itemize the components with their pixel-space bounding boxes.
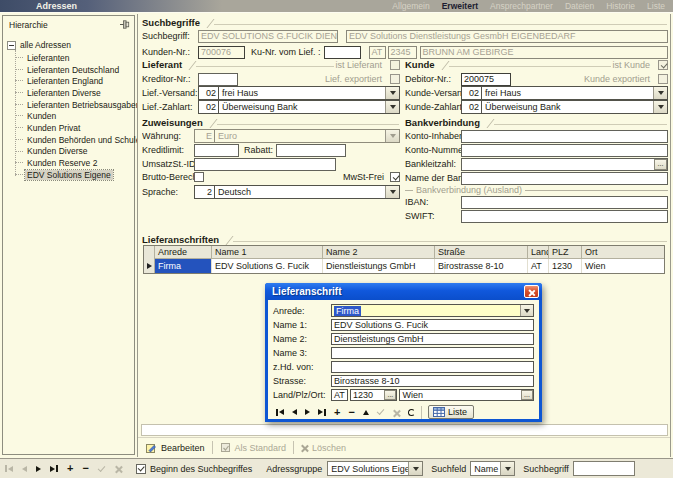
next-record-icon[interactable] — [305, 409, 310, 415]
pin-icon[interactable] — [119, 19, 130, 32]
next-record-icon[interactable] — [36, 466, 41, 472]
mwst-checkbox[interactable] — [390, 172, 400, 182]
tree-item[interactable]: Lieferanten Betriebsausgaben — [3, 99, 134, 111]
kunde-versand-combo[interactable]: 02frei Haus — [461, 86, 668, 100]
dlg-name1-field[interactable]: EDV Solutions G. Fucik — [331, 319, 534, 331]
lieferanschrift-dialog: Lieferanschrift Anrede: Firma Name 1: ED… — [265, 283, 542, 422]
column-header[interactable]: Anrede — [155, 246, 212, 259]
chevron-down-icon[interactable] — [385, 186, 399, 198]
lief-versand-combo[interactable]: 02frei Haus — [198, 86, 400, 100]
lief-zahlart-combo[interactable]: 02Überweisung Bank — [198, 100, 400, 114]
rabatt-field[interactable] — [276, 144, 346, 157]
delete-record-icon[interactable]: − — [348, 408, 354, 417]
close-icon[interactable] — [524, 285, 539, 298]
suchbegriff-input[interactable] — [573, 461, 635, 476]
tree-item[interactable]: Kunden Privat — [3, 122, 134, 134]
dlg-name3-field[interactable] — [331, 347, 534, 359]
tree-item[interactable]: Kunden Reserve 2 — [3, 157, 134, 169]
prev-record-icon[interactable] — [292, 409, 297, 415]
last-record-icon[interactable] — [318, 409, 326, 416]
tree-item[interactable]: Kunden Behörden und Schulen — [3, 134, 134, 146]
column-header[interactable]: Straße — [435, 246, 528, 259]
column-header[interactable]: Name 1 — [212, 246, 323, 259]
column-header[interactable]: Land — [528, 246, 549, 259]
tree-item[interactable]: Kunden Diverse — [3, 146, 134, 158]
menu-item-historie[interactable]: Historie — [606, 1, 635, 11]
dlg-zhd-field[interactable] — [331, 361, 534, 373]
collapse-icon[interactable] — [7, 41, 16, 50]
tree-root[interactable]: alle Adressen — [3, 39, 134, 51]
menu-item-ansprechpartner[interactable]: Ansprechpartner — [490, 1, 553, 11]
liste-button[interactable]: Liste — [428, 405, 474, 419]
dlg-plz-field[interactable]: 1230 ... — [350, 389, 398, 401]
refresh-icon[interactable] — [408, 409, 415, 416]
kreditor-label: Kreditor-Nr.: — [142, 74, 198, 84]
umsatzst-field[interactable] — [194, 158, 336, 171]
cell-name1[interactable]: EDV Solutions G. Fucik — [212, 259, 323, 273]
ellipsis-button[interactable]: ... — [654, 159, 667, 170]
tree-item[interactable]: Lieferanten Diverse — [3, 87, 134, 99]
land-field: AT — [369, 46, 386, 59]
tree-item-selected[interactable]: EDV Solutions Eigene — [3, 169, 134, 181]
konto-nummer-field[interactable] — [461, 144, 668, 157]
cell-anrede[interactable]: Firma — [155, 259, 212, 273]
dlg-ort-field[interactable]: Wien ... — [399, 389, 534, 401]
cell-name2[interactable]: Dienstleistungs GmbH — [323, 259, 435, 273]
tree-item[interactable]: Lieferanten England — [3, 75, 134, 87]
swift-field[interactable] — [461, 210, 668, 223]
brutto-checkbox[interactable] — [194, 172, 204, 182]
debitor-field[interactable]: 200075 — [461, 73, 511, 86]
adressgruppe-combo[interactable]: EDV Solutions Eigene — [327, 461, 423, 476]
dlg-name2-field[interactable]: Dienstleistungs GmbH — [331, 333, 534, 345]
chevron-down-icon[interactable] — [385, 87, 399, 99]
adressgruppe-label: Adressgruppe — [266, 464, 322, 474]
chevron-down-icon[interactable] — [653, 101, 667, 113]
beginn-checkbox[interactable] — [136, 464, 146, 474]
bankleitzahl-field[interactable]: ... — [461, 158, 668, 171]
chevron-down-icon[interactable] — [408, 462, 422, 475]
bearbeiten-button[interactable]: Bearbeiten — [145, 442, 205, 454]
kunde-zahlart-combo[interactable]: 02Überweisung Bank — [461, 100, 668, 114]
lief-zahlart-label: Lief.-Zahlart: — [142, 102, 198, 112]
anrede-combo[interactable]: Firma — [331, 304, 534, 317]
dlg-land-field[interactable]: AT — [331, 389, 348, 401]
insert-record-icon[interactable]: + — [67, 464, 73, 473]
last-record-icon[interactable] — [50, 465, 58, 472]
edit-record-icon[interactable] — [363, 410, 369, 415]
tree-item[interactable]: Lieferanten Deutschland — [3, 64, 134, 76]
dialog-title-bar[interactable]: Lieferanschrift — [265, 283, 542, 300]
cell-ort[interactable]: Wien — [582, 259, 664, 273]
insert-record-icon[interactable]: + — [334, 408, 340, 417]
ellipsis-button[interactable]: ... — [521, 390, 533, 400]
column-header[interactable]: PLZ — [549, 246, 582, 259]
tree-item[interactable]: Kunden — [3, 110, 134, 122]
table-row[interactable]: Firma EDV Solutions G. Fucik Dienstleist… — [144, 259, 664, 273]
chevron-down-icon[interactable] — [653, 87, 667, 99]
kreditlimit-field[interactable] — [194, 144, 239, 157]
section-title-lieferant: Lieferant — [142, 60, 182, 70]
cell-land[interactable]: AT — [528, 259, 549, 273]
konto-inhaber-field[interactable] — [461, 130, 668, 143]
cell-strasse[interactable]: Birostrasse 8-10 — [435, 259, 528, 273]
chevron-down-icon[interactable] — [500, 462, 514, 475]
menu-item-erweitert[interactable]: Erweitert — [442, 1, 478, 11]
sprache-combo[interactable]: 2Deutsch — [194, 185, 400, 199]
iban-field[interactable] — [461, 196, 668, 209]
tree-item[interactable]: Lieferanten — [3, 52, 134, 64]
delete-record-icon[interactable]: − — [82, 464, 88, 473]
dlg-strasse-field[interactable]: Birostrasse 8-10 — [331, 375, 534, 387]
chevron-down-icon[interactable] — [385, 101, 399, 113]
chevron-down-icon[interactable] — [520, 305, 533, 316]
column-header[interactable]: Ort — [582, 246, 664, 259]
menu-item-allgemein[interactable]: Allgemein — [392, 1, 429, 11]
suchfeld-combo[interactable]: Name — [470, 461, 515, 476]
ellipsis-button[interactable]: ... — [384, 390, 396, 400]
menu-item-liste[interactable]: Liste — [647, 1, 665, 11]
bank-name-field[interactable] — [461, 172, 668, 185]
first-record-icon[interactable] — [276, 409, 284, 416]
kunr-field[interactable] — [324, 46, 361, 59]
column-header[interactable]: Name 2 — [323, 246, 435, 259]
cell-plz[interactable]: 1230 — [549, 259, 582, 273]
kreditor-field[interactable] — [198, 73, 238, 86]
menu-item-dateien[interactable]: Dateien — [565, 1, 594, 11]
